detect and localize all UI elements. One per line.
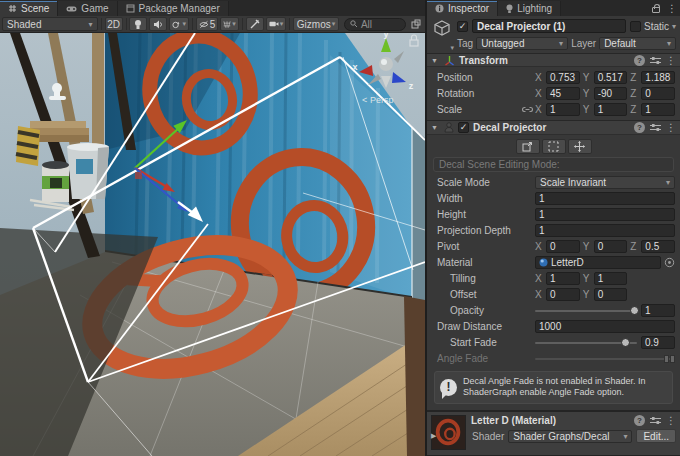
tilling-x-field[interactable]: 1 [546, 272, 580, 285]
opacity-slider-handle[interactable] [630, 306, 639, 315]
height-field[interactable]: 1 [535, 208, 675, 221]
foldout-icon[interactable]: ▼ [431, 124, 440, 131]
inspector-tabbar: Inspector Lighting ⋮ [427, 0, 680, 16]
gizmo-plane-handle[interactable] [135, 172, 142, 179]
start-fade-label: Start Fade [432, 337, 535, 348]
width-field[interactable]: 1 [535, 192, 675, 205]
scale-mode-dropdown[interactable]: Scale Invariant ▾ [535, 176, 675, 189]
scene-visibility-toggle[interactable]: 5 [196, 17, 218, 31]
help-icon[interactable]: ? [634, 55, 645, 66]
material-sphere-icon [539, 258, 548, 267]
gameobject-icon-button[interactable]: ▾ [429, 19, 455, 50]
shader-edit-button[interactable]: Edit... [636, 429, 676, 443]
projection-depth-field[interactable]: 1 [535, 224, 675, 237]
static-checkbox[interactable] [630, 21, 641, 32]
crop-tool-button[interactable] [542, 139, 566, 154]
decal-projector-header[interactable]: ▼ ✓ Decal Projector ? ⋮ [427, 120, 680, 134]
2d-toggle-button[interactable]: 2D [105, 17, 123, 31]
warning-icon: ! [440, 379, 457, 396]
inspector-lock-button[interactable] [648, 1, 664, 16]
grid-visibility-dropdown[interactable]: ▾ [220, 17, 239, 31]
chevron-down-icon: ▾ [555, 39, 563, 48]
active-checkbox[interactable]: ✓ [457, 21, 468, 32]
transform-header[interactable]: ▼ Transform ? ⋮ [427, 53, 680, 67]
opacity-label: Opacity [432, 305, 535, 316]
tag-dropdown[interactable]: Untagged ▾ [476, 37, 568, 50]
unity-editor-window: Scene Game Package Manager Shaded ▾ 2D [0, 0, 680, 456]
static-label: Static [644, 21, 669, 32]
foldout-icon[interactable]: ▶ [431, 432, 440, 440]
position-z-field[interactable]: 1.188 [641, 71, 675, 84]
position-label: Position [432, 72, 535, 83]
scene-lighting-toggle[interactable] [129, 17, 147, 31]
offset-x-field[interactable]: 0 [546, 288, 580, 301]
toolbar-separator [242, 18, 243, 30]
tab-package-manager[interactable]: Package Manager [118, 1, 229, 16]
kebab-icon[interactable]: ⋮ [666, 55, 676, 66]
gizmos-dropdown[interactable]: Gizmos ▾ [293, 17, 339, 31]
width-label: Width [432, 193, 535, 204]
pivot-tool-button[interactable] [568, 139, 592, 154]
inspector-menu-button[interactable]: ⋮ [664, 1, 680, 16]
help-icon[interactable]: ? [634, 415, 645, 426]
pivot-z-field[interactable]: 0.5 [641, 240, 675, 253]
tab-inspector[interactable]: Inspector [427, 1, 498, 16]
foldout-icon[interactable]: ▼ [431, 57, 440, 64]
gameobject-name-field[interactable]: Decal Projector (1) [472, 19, 626, 33]
position-x-field[interactable]: 0.753 [546, 71, 580, 84]
scene-audio-toggle[interactable] [149, 17, 167, 31]
start-fade-slider-handle[interactable] [621, 338, 630, 347]
opacity-field[interactable]: 1 [641, 304, 675, 317]
tab-package-manager-label: Package Manager [139, 3, 220, 14]
height-row: Height 1 [432, 207, 675, 223]
layer-dropdown[interactable]: Default ▾ [599, 37, 676, 50]
rotation-y-field[interactable]: -90 [594, 87, 628, 100]
link-scale-icon[interactable] [521, 106, 533, 113]
start-fade-slider[interactable] [535, 342, 637, 344]
shading-mode-dropdown[interactable]: Shaded ▾ [2, 17, 98, 31]
scale-z-field[interactable]: 1 [641, 103, 675, 116]
component-enabled-checkbox[interactable]: ✓ [458, 122, 469, 133]
tilling-y-field[interactable]: 1 [594, 272, 628, 285]
scene-effects-dropdown[interactable]: ▾ [169, 17, 189, 31]
toolbar-separator [289, 18, 290, 30]
static-toggle[interactable]: Static ▾ [630, 21, 676, 32]
shader-value: Shader Graphs/Decal [513, 431, 609, 442]
help-icon[interactable]: ? [634, 122, 645, 133]
chevron-down-icon[interactable]: ▾ [672, 22, 676, 31]
rotation-z-field[interactable]: 0 [641, 87, 675, 100]
rotation-x-field[interactable]: 45 [546, 87, 580, 100]
opacity-slider[interactable] [535, 310, 637, 312]
overlay-layout-button[interactable] [408, 17, 423, 32]
rotation-row: Rotation X45 Y-90 Z0 [432, 85, 675, 101]
component-tools-button[interactable] [246, 17, 264, 31]
axis-y-label: y [383, 33, 388, 39]
opacity-row: Opacity 1 [432, 303, 675, 319]
scene-search-input[interactable]: All [344, 18, 406, 31]
material-object-field[interactable]: LetterD [535, 256, 661, 269]
presets-icon[interactable] [650, 123, 661, 132]
kebab-icon[interactable]: ⋮ [666, 415, 676, 426]
start-fade-field[interactable]: 0.9 [641, 336, 675, 349]
scale-mode-value: Scale Invariant [540, 177, 606, 188]
pivot-y-field[interactable]: 0 [594, 240, 628, 253]
pivot-x-field[interactable]: 0 [546, 240, 580, 253]
lock-icon [652, 7, 660, 13]
scale-x-field[interactable]: 1 [546, 103, 580, 116]
draw-distance-field[interactable]: 1000 [535, 320, 675, 333]
scale-y-field[interactable]: 1 [594, 103, 628, 116]
shader-dropdown[interactable]: Shader Graphs/Decal ▾ [508, 430, 632, 443]
scene-viewport[interactable]: y x z < Persp [0, 33, 425, 456]
presets-icon[interactable] [650, 56, 661, 65]
tab-game[interactable]: Game [58, 1, 117, 16]
presets-icon[interactable] [650, 416, 661, 425]
object-picker-icon[interactable] [664, 257, 675, 268]
persp-label[interactable]: Persp [370, 95, 394, 105]
scene-camera-dropdown[interactable]: ▾ [266, 17, 286, 31]
position-y-field[interactable]: 0.517 [594, 71, 628, 84]
scale-tool-button[interactable] [516, 139, 540, 154]
kebab-icon[interactable]: ⋮ [666, 122, 676, 133]
offset-y-field[interactable]: 0 [594, 288, 628, 301]
tab-lighting[interactable]: Lighting [498, 1, 561, 16]
tab-scene[interactable]: Scene [0, 1, 58, 16]
